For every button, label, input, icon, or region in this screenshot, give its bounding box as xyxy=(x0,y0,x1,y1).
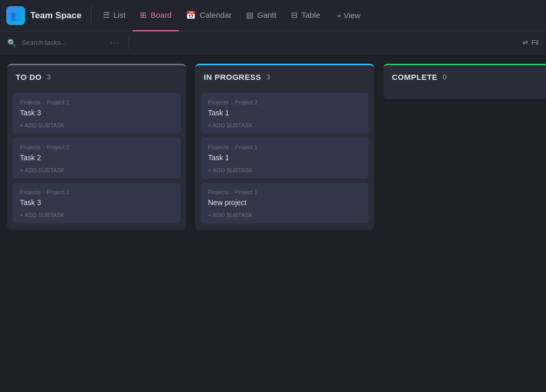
column-count-complete: 0 xyxy=(443,73,446,81)
filter-label: Fil xyxy=(531,39,539,46)
add-subtask-button[interactable]: + ADD SUBTASK xyxy=(20,212,173,218)
task-breadcrumb: Projects›Project 2 xyxy=(20,189,173,195)
brand-name: Team Space xyxy=(30,10,82,21)
nav-label-calendar: Calendar xyxy=(200,10,231,19)
board: TO DO3Projects›Project 1Task 3+ ADD SUBT… xyxy=(0,54,546,392)
gantt-icon: ▤ xyxy=(246,10,253,20)
add-subtask-button[interactable]: + ADD SUBTASK xyxy=(208,212,362,218)
column-header-inprogress: IN PROGRESS3 xyxy=(195,64,374,88)
nav-items: ☰ List ⊞ Board 📅 Calendar ▤ Gantt ⊟ Tabl… xyxy=(96,0,368,31)
board-icon: ⊞ xyxy=(140,10,147,20)
nav-label-board: Board xyxy=(150,10,171,19)
search-input[interactable] xyxy=(21,39,105,46)
task-breadcrumb: Projects›Project 1 xyxy=(20,99,173,105)
search-divider xyxy=(129,37,129,49)
table-icon: ⊟ xyxy=(291,10,298,20)
nav-item-gantt[interactable]: ▤ Gantt xyxy=(239,0,284,31)
nav-item-table[interactable]: ⊟ Table xyxy=(284,0,328,31)
nav-item-board[interactable]: ⊞ Board xyxy=(133,0,179,31)
add-view-button[interactable]: + View xyxy=(330,8,368,23)
task-card[interactable]: Projects›Project 1Task 3+ ADD SUBTASK xyxy=(13,93,181,134)
nav-label-add-view: + View xyxy=(337,11,361,20)
task-card[interactable]: Projects›Project 2Task 2+ ADD SUBTASK xyxy=(13,138,181,179)
search-options-button[interactable]: ··· xyxy=(110,38,120,47)
filter-icon: ⇌ xyxy=(522,39,528,46)
task-breadcrumb: Projects›Project 1 xyxy=(208,144,362,150)
add-subtask-button[interactable]: + ADD SUBTASK xyxy=(20,122,173,128)
add-subtask-button[interactable]: + ADD SUBTASK xyxy=(20,167,173,173)
task-breadcrumb: Projects›Project 2 xyxy=(20,144,173,150)
column-title-inprogress: IN PROGRESS xyxy=(204,73,261,81)
nav-item-calendar[interactable]: 📅 Calendar xyxy=(179,0,239,31)
task-breadcrumb: Projects›Project 2 xyxy=(208,99,362,105)
task-title: Task 2 xyxy=(20,153,173,162)
column-title-complete: COMPLETE xyxy=(392,73,437,81)
task-title: Task 1 xyxy=(208,109,362,117)
task-card[interactable]: Projects›Project 2Task 3+ ADD SUBTASK xyxy=(13,183,181,223)
task-card[interactable]: Projects›Project 1New project+ ADD SUBTA… xyxy=(201,183,369,223)
task-title: Task 3 xyxy=(20,109,173,117)
column-count-inprogress: 3 xyxy=(266,73,270,81)
task-card[interactable]: Projects›Project 1Task 1+ ADD SUBTASK xyxy=(201,138,369,179)
column-header-todo: TO DO3 xyxy=(7,64,186,88)
nav-label-gantt: Gantt xyxy=(257,10,276,19)
searchbar: 🔍 ··· ⇌ Fil xyxy=(0,31,546,54)
nav-label-list: List xyxy=(113,10,125,19)
brand-icon: 👥 xyxy=(6,6,25,25)
add-subtask-button[interactable]: + ADD SUBTASK xyxy=(208,167,362,173)
task-breadcrumb: Projects›Project 1 xyxy=(208,189,362,195)
task-card[interactable]: Projects›Project 2Task 1+ ADD SUBTASK xyxy=(201,93,369,134)
calendar-icon: 📅 xyxy=(186,10,196,20)
list-icon: ☰ xyxy=(103,10,110,20)
nav-label-table: Table xyxy=(301,10,320,19)
add-subtask-button[interactable]: + ADD SUBTASK xyxy=(208,122,362,128)
column-title-todo: TO DO xyxy=(16,73,42,81)
search-icon: 🔍 xyxy=(7,39,16,47)
column-body-todo: Projects›Project 1Task 3+ ADD SUBTASKPro… xyxy=(7,88,186,230)
column-complete: COMPLETE0 xyxy=(384,64,546,383)
filter-button[interactable]: ⇌ Fil xyxy=(522,39,539,46)
column-body-complete xyxy=(384,88,546,99)
column-count-todo: 3 xyxy=(47,73,51,81)
task-title: Task 1 xyxy=(208,153,362,162)
brand[interactable]: 👥 Team Space xyxy=(6,6,91,25)
task-title: New project xyxy=(208,198,362,207)
task-title: Task 3 xyxy=(20,198,173,207)
column-inprogress: IN PROGRESS3Projects›Project 2Task 1+ AD… xyxy=(195,64,374,383)
nav-item-list[interactable]: ☰ List xyxy=(96,0,133,31)
column-todo: TO DO3Projects›Project 1Task 3+ ADD SUBT… xyxy=(7,64,186,383)
column-header-complete: COMPLETE0 xyxy=(384,64,546,88)
column-body-inprogress: Projects›Project 2Task 1+ ADD SUBTASKPro… xyxy=(195,88,374,230)
top-nav: 👥 Team Space ☰ List ⊞ Board 📅 Calendar ▤… xyxy=(0,0,546,31)
